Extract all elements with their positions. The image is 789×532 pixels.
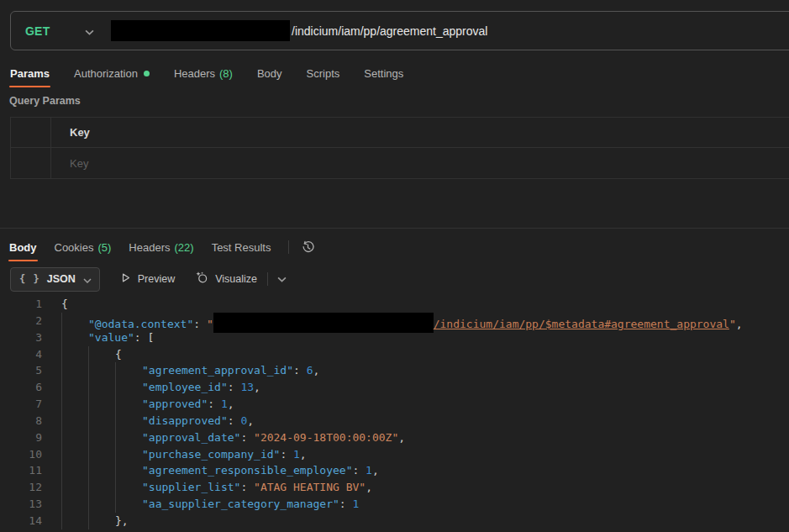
tab-scripts[interactable]: Scripts xyxy=(307,61,340,86)
line-number: 10 xyxy=(0,446,42,463)
tab-label: Test Results xyxy=(212,241,271,254)
code-token: "value" xyxy=(88,331,134,344)
line-number: 14 xyxy=(0,513,42,529)
metadata-link[interactable]: /indicium/iam/pp/$metadata#agreement_app… xyxy=(434,318,729,330)
tab-label: Body xyxy=(257,67,282,80)
indent-guide xyxy=(61,479,88,496)
code-line: 5"agreement_approval_id": 6, xyxy=(0,362,789,379)
indent-guide xyxy=(88,362,115,379)
response-tab-body[interactable]: Body xyxy=(9,234,37,260)
code-token: : xyxy=(293,364,307,377)
code-token: , xyxy=(736,318,743,330)
code-line: 4{ xyxy=(0,346,789,363)
tab-label: Headers xyxy=(174,67,215,80)
indent-guide xyxy=(61,329,88,346)
line-number: 5 xyxy=(0,362,42,379)
code-token: " xyxy=(729,318,736,330)
tab-authorization[interactable]: Authorization xyxy=(74,61,150,86)
indent-guide xyxy=(88,429,115,446)
row-checkbox-cell[interactable] xyxy=(11,148,51,178)
code-token: 1 xyxy=(293,448,300,461)
code-token: : xyxy=(339,498,353,510)
code-token: } xyxy=(115,514,122,527)
key-column-header: Key xyxy=(51,126,789,139)
line-number: 3 xyxy=(0,329,42,346)
indent-guide xyxy=(61,379,88,396)
code-token: "employee_id" xyxy=(142,381,228,393)
code-token: , xyxy=(122,514,129,527)
code-token: "ATAG HEATING BV" xyxy=(254,481,366,493)
response-controls: { } JSON Preview Visualize xyxy=(10,266,287,292)
response-tab-cookies[interactable]: Cookies(5) xyxy=(55,234,112,260)
line-number: 8 xyxy=(0,413,42,429)
request-url-bar[interactable]: GET /indicium/iam/pp/agreement_approval xyxy=(10,11,789,50)
visualize-sparkle-icon xyxy=(195,271,208,287)
code-token: : xyxy=(134,331,148,344)
query-params-empty-row[interactable]: Key xyxy=(11,148,789,178)
code-token: { xyxy=(115,348,122,361)
indent-guide xyxy=(88,496,115,513)
tab-count-badge: (22) xyxy=(175,241,194,254)
line-number: 13 xyxy=(0,496,42,513)
request-url-text[interactable]: /indicium/iam/pp/agreement_approval xyxy=(292,24,487,38)
line-number: 2 xyxy=(0,313,42,329)
indent-guide xyxy=(115,362,142,379)
format-select-button[interactable]: { } JSON xyxy=(10,267,100,292)
code-line: 11"agreement_responsible_employee": 1, xyxy=(0,462,789,479)
more-formats-chevron[interactable] xyxy=(277,277,287,282)
code-token: "aa_supplier_category_manager" xyxy=(142,498,339,510)
key-input-placeholder[interactable]: Key xyxy=(51,157,789,170)
code-token: , xyxy=(254,381,260,393)
response-tab-headers[interactable]: Headers(22) xyxy=(129,234,193,260)
code-token: : xyxy=(208,398,221,410)
tab-headers[interactable]: Headers(8) xyxy=(174,61,233,86)
code-token: " xyxy=(207,318,213,330)
code-token: : xyxy=(228,414,241,427)
indent-guide xyxy=(88,379,115,396)
code-token: : xyxy=(280,448,293,461)
response-body-json: 1{2"@odata.context": "/indicium/iam/pp/$… xyxy=(0,296,789,529)
indent-guide xyxy=(61,446,88,463)
code-token: : xyxy=(228,381,241,393)
indent-guide xyxy=(61,413,88,429)
indent-guide xyxy=(88,462,115,479)
divider xyxy=(288,240,289,254)
response-history-icon[interactable] xyxy=(301,240,315,255)
tab-label: Cookies xyxy=(55,241,94,254)
code-line: 9"approval_date": "2024-09-18T00:00:00Z"… xyxy=(0,429,789,446)
indent-guide xyxy=(115,479,142,496)
indent-guide xyxy=(115,496,142,513)
indent-guide xyxy=(61,396,88,413)
section-divider xyxy=(0,228,789,229)
tab-settings[interactable]: Settings xyxy=(364,61,403,86)
code-token: 6 xyxy=(307,364,313,377)
response-tab-test-results[interactable]: Test Results xyxy=(212,234,271,260)
indent-guide xyxy=(88,413,115,429)
code-token: 1 xyxy=(366,464,372,477)
code-token: "purchase_company_id" xyxy=(142,448,280,461)
tab-body[interactable]: Body xyxy=(257,61,282,86)
code-token: , xyxy=(313,364,320,377)
method-selector[interactable]: GET xyxy=(11,12,99,50)
code-token: , xyxy=(398,431,405,444)
code-token: "approved" xyxy=(142,398,208,410)
indent-guide xyxy=(88,396,115,413)
chevron-down-icon xyxy=(83,271,92,287)
indent-guide xyxy=(61,313,88,329)
code-token: , xyxy=(366,481,372,493)
chevron-down-icon xyxy=(85,24,94,39)
method-label: GET xyxy=(25,24,50,38)
code-line: 6"employee_id": 13, xyxy=(0,379,789,396)
tab-params[interactable]: Params xyxy=(10,61,50,86)
indent-guide xyxy=(115,429,142,446)
request-tabs: ParamsAuthorizationHeaders(8)BodyScripts… xyxy=(10,61,428,86)
indent-guide xyxy=(115,379,142,396)
code-token: "approval_date" xyxy=(142,431,240,444)
line-number: 4 xyxy=(0,346,42,363)
visualize-button[interactable]: Visualize xyxy=(195,271,257,287)
tab-label: Scripts xyxy=(307,67,340,80)
code-token: 1 xyxy=(352,498,359,510)
indent-guide xyxy=(61,429,88,446)
preview-button[interactable]: Preview xyxy=(120,271,175,287)
redacted-url-host xyxy=(111,20,290,41)
